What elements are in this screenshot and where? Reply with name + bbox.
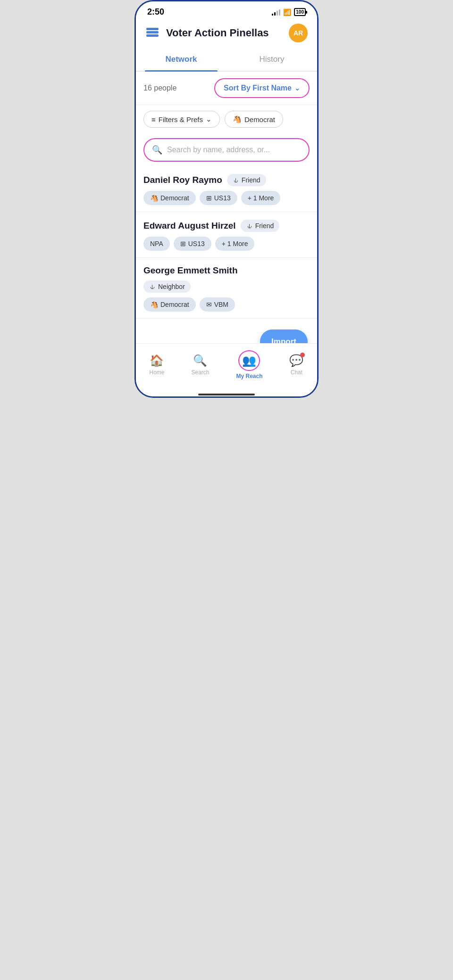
status-bar: 2:50 📶 100	[136, 1, 317, 20]
tag-democrat[interactable]: 🐴 Democrat	[143, 297, 196, 312]
filter-bar: ≡ Filters & Prefs ⌄ 🐴 Democrat	[136, 105, 317, 133]
svg-rect-2	[146, 34, 159, 37]
person-card-edward[interactable]: Edward August Hirzel ⫝ Friend NPA ⊞ US13…	[136, 212, 317, 258]
search-bar[interactable]: 🔍 Search by name, address, or...	[143, 138, 310, 162]
grid-icon: ⊞	[180, 240, 186, 247]
my-reach-icon: 👥	[242, 354, 256, 367]
bottom-nav: 🏠 Home 🔍 Search 👥 My Reach 💬 Chat	[136, 343, 317, 391]
app-header: Voter Action Pinellas AR	[136, 20, 317, 48]
search-input[interactable]: Search by name, address, or...	[167, 146, 270, 154]
header-left: Voter Action Pinellas	[145, 24, 269, 42]
fork-icon: ⫝	[149, 283, 156, 290]
tab-bar: Network History	[136, 48, 317, 72]
nav-my-reach[interactable]: 👥 My Reach	[231, 348, 267, 381]
person-header: Daniel Roy Raymo ⫝ Friend	[143, 174, 310, 186]
relation-badge: ⫝ Friend	[241, 220, 280, 232]
person-card-daniel[interactable]: Daniel Roy Raymo ⫝ Friend 🐴 Democrat ⊞ U…	[136, 166, 317, 212]
filter-prefs-chip[interactable]: ≡ Filters & Prefs ⌄	[143, 111, 220, 128]
donkey-icon: 🐴	[150, 301, 158, 308]
battery-icon: 100	[294, 8, 306, 16]
signal-icon	[272, 9, 280, 16]
fork-icon: ⫝	[233, 176, 239, 184]
person-header: George Emmett Smith	[143, 265, 310, 276]
tag-vbm[interactable]: ✉ VBM	[200, 297, 235, 312]
democrat-filter-chip[interactable]: 🐴 Democrat	[225, 111, 283, 128]
chat-notification-dot	[300, 353, 305, 357]
home-bar	[198, 394, 255, 395]
sort-label: Sort By First Name	[224, 84, 292, 92]
phone-frame: 2:50 📶 100 Voter Action Pinellas	[134, 0, 319, 398]
sort-button[interactable]: Sort By First Name ⌄	[214, 78, 310, 98]
relation-badge: ⫝ Neighbor	[143, 280, 191, 293]
people-count: 16 people	[143, 84, 176, 92]
nav-search[interactable]: 🔍 Search	[186, 352, 214, 378]
relation-badge: ⫝ Friend	[227, 174, 266, 186]
tag-more[interactable]: + 1 More	[215, 237, 255, 251]
people-list: Daniel Roy Raymo ⫝ Friend 🐴 Democrat ⊞ U…	[136, 166, 317, 343]
search-icon: 🔍	[152, 145, 162, 155]
wifi-icon: 📶	[283, 8, 291, 16]
person-name: George Emmett Smith	[143, 265, 238, 276]
donkey-icon: 🐴	[150, 194, 158, 202]
person-name: Daniel Roy Raymo	[143, 175, 222, 185]
tab-history[interactable]: History	[226, 48, 317, 71]
sort-bar: 16 people Sort By First Name ⌄	[136, 72, 317, 105]
svg-rect-1	[146, 31, 159, 33]
donkey-icon: 🐴	[233, 115, 242, 124]
chevron-down-icon: ⌄	[206, 115, 212, 124]
search-icon: 🔍	[193, 354, 207, 367]
envelope-icon: ✉	[206, 301, 212, 308]
person-name: Edward August Hirzel	[143, 221, 236, 231]
status-icons: 📶 100	[272, 8, 306, 16]
tag-us13[interactable]: ⊞ US13	[174, 237, 211, 251]
person-tags: 🐴 Democrat ⊞ US13 + 1 More	[143, 191, 310, 205]
fork-icon: ⫝	[246, 222, 253, 230]
nav-home[interactable]: 🏠 Home	[144, 352, 169, 378]
person-card-george[interactable]: George Emmett Smith ⫝ Neighbor 🐴 Democra…	[136, 258, 317, 319]
tag-npa[interactable]: NPA	[143, 237, 170, 251]
chevron-down-icon: ⌄	[294, 84, 300, 92]
person-header: Edward August Hirzel ⫝ Friend	[143, 220, 310, 232]
my-reach-ring: 👥	[238, 350, 260, 371]
home-indicator	[136, 391, 317, 396]
app-title: Voter Action Pinellas	[166, 27, 269, 39]
tag-more[interactable]: + 1 More	[241, 191, 281, 205]
person-tags: NPA ⊞ US13 + 1 More	[143, 237, 310, 251]
avatar[interactable]: AR	[289, 24, 308, 42]
svg-rect-0	[146, 28, 159, 30]
tag-democrat[interactable]: 🐴 Democrat	[143, 191, 196, 205]
nav-chat[interactable]: 💬 Chat	[285, 352, 308, 378]
tab-network[interactable]: Network	[136, 48, 226, 71]
person-tags: ⫝ Neighbor	[143, 280, 310, 293]
status-time: 2:50	[147, 7, 164, 17]
filter-icon: ≡	[151, 115, 156, 124]
home-icon: 🏠	[150, 354, 164, 367]
grid-icon: ⊞	[206, 194, 212, 202]
tag-us13[interactable]: ⊞ US13	[200, 191, 237, 205]
app-icon	[145, 24, 160, 42]
person-tags-2: 🐴 Democrat ✉ VBM	[143, 297, 310, 312]
